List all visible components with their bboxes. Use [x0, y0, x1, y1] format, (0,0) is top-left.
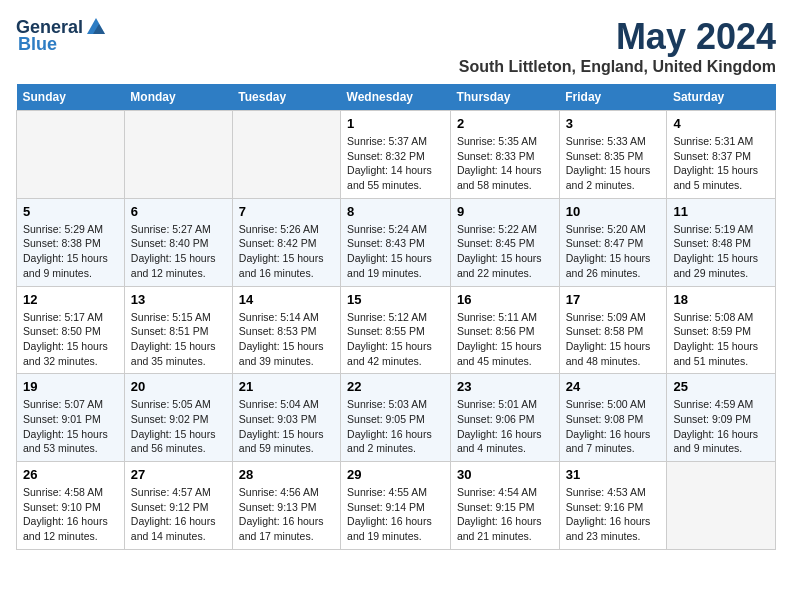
weekday-header-thursday: Thursday — [450, 84, 559, 111]
weekday-header-friday: Friday — [559, 84, 667, 111]
logo-icon — [85, 16, 107, 38]
day-number: 10 — [566, 204, 661, 219]
calendar-cell: 25Sunrise: 4:59 AM Sunset: 9:09 PM Dayli… — [667, 374, 776, 462]
calendar-cell: 23Sunrise: 5:01 AM Sunset: 9:06 PM Dayli… — [450, 374, 559, 462]
week-row-3: 12Sunrise: 5:17 AM Sunset: 8:50 PM Dayli… — [17, 286, 776, 374]
day-info: Sunrise: 5:31 AM Sunset: 8:37 PM Dayligh… — [673, 135, 758, 191]
calendar-cell: 4Sunrise: 5:31 AM Sunset: 8:37 PM Daylig… — [667, 111, 776, 199]
day-info: Sunrise: 5:00 AM Sunset: 9:08 PM Dayligh… — [566, 398, 651, 454]
day-info: Sunrise: 5:17 AM Sunset: 8:50 PM Dayligh… — [23, 311, 108, 367]
calendar-cell — [667, 462, 776, 550]
calendar-cell: 21Sunrise: 5:04 AM Sunset: 9:03 PM Dayli… — [232, 374, 340, 462]
day-info: Sunrise: 5:35 AM Sunset: 8:33 PM Dayligh… — [457, 135, 542, 191]
calendar-cell: 28Sunrise: 4:56 AM Sunset: 9:13 PM Dayli… — [232, 462, 340, 550]
day-info: Sunrise: 5:15 AM Sunset: 8:51 PM Dayligh… — [131, 311, 216, 367]
day-info: Sunrise: 4:59 AM Sunset: 9:09 PM Dayligh… — [673, 398, 758, 454]
calendar-cell: 17Sunrise: 5:09 AM Sunset: 8:58 PM Dayli… — [559, 286, 667, 374]
calendar-cell: 12Sunrise: 5:17 AM Sunset: 8:50 PM Dayli… — [17, 286, 125, 374]
day-number: 23 — [457, 379, 553, 394]
day-number: 31 — [566, 467, 661, 482]
day-info: Sunrise: 5:04 AM Sunset: 9:03 PM Dayligh… — [239, 398, 324, 454]
day-info: Sunrise: 5:12 AM Sunset: 8:55 PM Dayligh… — [347, 311, 432, 367]
day-number: 2 — [457, 116, 553, 131]
day-info: Sunrise: 5:14 AM Sunset: 8:53 PM Dayligh… — [239, 311, 324, 367]
calendar-cell: 19Sunrise: 5:07 AM Sunset: 9:01 PM Dayli… — [17, 374, 125, 462]
calendar-cell: 11Sunrise: 5:19 AM Sunset: 8:48 PM Dayli… — [667, 198, 776, 286]
day-number: 8 — [347, 204, 444, 219]
day-number: 26 — [23, 467, 118, 482]
logo: General Blue — [16, 16, 109, 55]
page-header: General Blue May 2024 South Littleton, E… — [16, 16, 776, 76]
week-row-1: 1Sunrise: 5:37 AM Sunset: 8:32 PM Daylig… — [17, 111, 776, 199]
day-info: Sunrise: 5:26 AM Sunset: 8:42 PM Dayligh… — [239, 223, 324, 279]
day-number: 28 — [239, 467, 334, 482]
weekday-header-monday: Monday — [124, 84, 232, 111]
day-number: 19 — [23, 379, 118, 394]
month-year-title: May 2024 — [459, 16, 776, 58]
day-info: Sunrise: 5:19 AM Sunset: 8:48 PM Dayligh… — [673, 223, 758, 279]
calendar-cell: 8Sunrise: 5:24 AM Sunset: 8:43 PM Daylig… — [341, 198, 451, 286]
week-row-4: 19Sunrise: 5:07 AM Sunset: 9:01 PM Dayli… — [17, 374, 776, 462]
calendar-cell: 10Sunrise: 5:20 AM Sunset: 8:47 PM Dayli… — [559, 198, 667, 286]
calendar-cell: 20Sunrise: 5:05 AM Sunset: 9:02 PM Dayli… — [124, 374, 232, 462]
day-info: Sunrise: 5:05 AM Sunset: 9:02 PM Dayligh… — [131, 398, 216, 454]
day-info: Sunrise: 5:07 AM Sunset: 9:01 PM Dayligh… — [23, 398, 108, 454]
weekday-header-saturday: Saturday — [667, 84, 776, 111]
day-number: 3 — [566, 116, 661, 131]
day-number: 24 — [566, 379, 661, 394]
day-info: Sunrise: 4:53 AM Sunset: 9:16 PM Dayligh… — [566, 486, 651, 542]
day-number: 16 — [457, 292, 553, 307]
day-number: 5 — [23, 204, 118, 219]
day-number: 30 — [457, 467, 553, 482]
weekday-header-wednesday: Wednesday — [341, 84, 451, 111]
day-number: 25 — [673, 379, 769, 394]
calendar-cell: 2Sunrise: 5:35 AM Sunset: 8:33 PM Daylig… — [450, 111, 559, 199]
day-info: Sunrise: 4:57 AM Sunset: 9:12 PM Dayligh… — [131, 486, 216, 542]
location-title: South Littleton, England, United Kingdom — [459, 58, 776, 76]
calendar-cell: 31Sunrise: 4:53 AM Sunset: 9:16 PM Dayli… — [559, 462, 667, 550]
weekday-header-row: SundayMondayTuesdayWednesdayThursdayFrid… — [17, 84, 776, 111]
day-number: 6 — [131, 204, 226, 219]
day-number: 17 — [566, 292, 661, 307]
day-number: 4 — [673, 116, 769, 131]
day-info: Sunrise: 5:09 AM Sunset: 8:58 PM Dayligh… — [566, 311, 651, 367]
calendar-cell: 1Sunrise: 5:37 AM Sunset: 8:32 PM Daylig… — [341, 111, 451, 199]
day-info: Sunrise: 5:27 AM Sunset: 8:40 PM Dayligh… — [131, 223, 216, 279]
calendar-cell: 5Sunrise: 5:29 AM Sunset: 8:38 PM Daylig… — [17, 198, 125, 286]
day-info: Sunrise: 4:55 AM Sunset: 9:14 PM Dayligh… — [347, 486, 432, 542]
weekday-header-sunday: Sunday — [17, 84, 125, 111]
calendar-cell: 6Sunrise: 5:27 AM Sunset: 8:40 PM Daylig… — [124, 198, 232, 286]
calendar-cell: 14Sunrise: 5:14 AM Sunset: 8:53 PM Dayli… — [232, 286, 340, 374]
day-info: Sunrise: 5:08 AM Sunset: 8:59 PM Dayligh… — [673, 311, 758, 367]
day-info: Sunrise: 5:24 AM Sunset: 8:43 PM Dayligh… — [347, 223, 432, 279]
calendar-cell — [17, 111, 125, 199]
calendar-cell: 24Sunrise: 5:00 AM Sunset: 9:08 PM Dayli… — [559, 374, 667, 462]
day-number: 9 — [457, 204, 553, 219]
calendar-cell: 18Sunrise: 5:08 AM Sunset: 8:59 PM Dayli… — [667, 286, 776, 374]
calendar-table: SundayMondayTuesdayWednesdayThursdayFrid… — [16, 84, 776, 550]
calendar-cell — [232, 111, 340, 199]
day-number: 13 — [131, 292, 226, 307]
calendar-cell: 7Sunrise: 5:26 AM Sunset: 8:42 PM Daylig… — [232, 198, 340, 286]
day-info: Sunrise: 5:29 AM Sunset: 8:38 PM Dayligh… — [23, 223, 108, 279]
day-number: 7 — [239, 204, 334, 219]
day-info: Sunrise: 4:56 AM Sunset: 9:13 PM Dayligh… — [239, 486, 324, 542]
day-number: 1 — [347, 116, 444, 131]
calendar-cell: 15Sunrise: 5:12 AM Sunset: 8:55 PM Dayli… — [341, 286, 451, 374]
week-row-2: 5Sunrise: 5:29 AM Sunset: 8:38 PM Daylig… — [17, 198, 776, 286]
calendar-cell: 26Sunrise: 4:58 AM Sunset: 9:10 PM Dayli… — [17, 462, 125, 550]
day-info: Sunrise: 4:54 AM Sunset: 9:15 PM Dayligh… — [457, 486, 542, 542]
day-info: Sunrise: 5:11 AM Sunset: 8:56 PM Dayligh… — [457, 311, 542, 367]
calendar-cell: 29Sunrise: 4:55 AM Sunset: 9:14 PM Dayli… — [341, 462, 451, 550]
calendar-cell: 30Sunrise: 4:54 AM Sunset: 9:15 PM Dayli… — [450, 462, 559, 550]
day-info: Sunrise: 5:03 AM Sunset: 9:05 PM Dayligh… — [347, 398, 432, 454]
day-number: 11 — [673, 204, 769, 219]
title-section: May 2024 South Littleton, England, Unite… — [459, 16, 776, 76]
day-number: 21 — [239, 379, 334, 394]
day-number: 15 — [347, 292, 444, 307]
day-info: Sunrise: 5:37 AM Sunset: 8:32 PM Dayligh… — [347, 135, 432, 191]
day-number: 12 — [23, 292, 118, 307]
calendar-cell: 3Sunrise: 5:33 AM Sunset: 8:35 PM Daylig… — [559, 111, 667, 199]
day-info: Sunrise: 5:20 AM Sunset: 8:47 PM Dayligh… — [566, 223, 651, 279]
calendar-cell: 16Sunrise: 5:11 AM Sunset: 8:56 PM Dayli… — [450, 286, 559, 374]
